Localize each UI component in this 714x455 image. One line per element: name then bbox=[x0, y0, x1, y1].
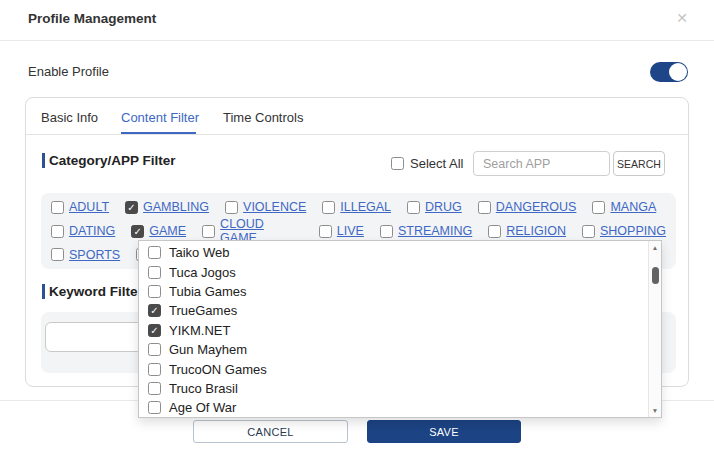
app-checkbox[interactable] bbox=[148, 363, 161, 376]
app-label: YIKM.NET bbox=[169, 323, 230, 338]
category-link[interactable]: DRUG bbox=[425, 200, 462, 214]
category-item[interactable]: SHOPPING bbox=[582, 224, 666, 238]
header-divider bbox=[0, 40, 714, 41]
enable-profile-toggle[interactable] bbox=[650, 62, 688, 82]
active-tab-underline bbox=[121, 132, 196, 134]
category-checkbox[interactable] bbox=[51, 225, 64, 238]
category-checkbox[interactable]: ✓ bbox=[125, 201, 138, 214]
app-item[interactable]: Tubia Games bbox=[139, 282, 647, 301]
app-checkbox[interactable] bbox=[148, 343, 161, 356]
close-icon[interactable]: ✕ bbox=[672, 8, 692, 28]
category-link[interactable]: SHOPPING bbox=[600, 224, 666, 238]
category-item[interactable]: DANGEROUS bbox=[478, 200, 577, 214]
category-checkbox[interactable] bbox=[225, 201, 238, 214]
category-checkbox[interactable] bbox=[319, 225, 332, 238]
category-item[interactable]: DRUG bbox=[407, 200, 462, 214]
app-item[interactable]: TrucoON Games bbox=[139, 359, 647, 378]
app-checkbox[interactable] bbox=[148, 266, 161, 279]
category-checkbox[interactable] bbox=[592, 201, 605, 214]
category-link[interactable]: GAMBLING bbox=[143, 200, 209, 214]
profile-management-dialog: Profile Management ✕ Enable Profile Basi… bbox=[0, 0, 714, 455]
dropdown-scrollbar[interactable]: ▲ ▼ bbox=[648, 241, 661, 417]
app-label: Gun Mayhem bbox=[169, 342, 247, 357]
category-item[interactable]: SPORTS bbox=[51, 248, 120, 262]
keyword-filter-title: Keyword Filter bbox=[49, 284, 143, 299]
category-item[interactable]: ✓GAMBLING bbox=[125, 200, 209, 214]
app-checkbox[interactable] bbox=[148, 382, 161, 395]
app-item[interactable]: Tuca Jogos bbox=[139, 262, 647, 281]
category-checkbox[interactable] bbox=[380, 225, 393, 238]
category-row: ADULT✓GAMBLINGVIOLENCEILLEGALDRUGDANGERO… bbox=[51, 200, 666, 215]
dialog-title: Profile Management bbox=[28, 11, 156, 26]
save-button[interactable]: SAVE bbox=[367, 420, 521, 443]
category-checkbox[interactable]: ✓ bbox=[131, 225, 144, 238]
category-item[interactable]: RELIGION bbox=[488, 224, 566, 238]
app-checkbox[interactable] bbox=[148, 246, 161, 259]
app-dropdown-list: Taiko WebTuca JogosTubia Games✓TrueGames… bbox=[139, 243, 647, 418]
category-checkbox[interactable] bbox=[202, 225, 215, 238]
category-item[interactable]: ✓GAME bbox=[131, 224, 186, 238]
app-item[interactable]: Age Of War bbox=[139, 398, 647, 417]
category-item[interactable]: STREAMING bbox=[380, 224, 472, 238]
tab-content-filter[interactable]: Content Filter bbox=[121, 110, 199, 125]
toggle-knob-icon bbox=[669, 63, 687, 81]
category-checkbox[interactable] bbox=[488, 225, 501, 238]
keyword-section-bar bbox=[42, 284, 45, 299]
app-item[interactable]: Taiko Web bbox=[139, 243, 647, 262]
category-filter-title: Category/APP Filter bbox=[49, 153, 176, 168]
select-all-checkbox[interactable] bbox=[391, 157, 404, 170]
cancel-button[interactable]: CANCEL bbox=[193, 420, 348, 443]
app-label: Taiko Web bbox=[169, 245, 229, 260]
app-label: Truco Brasil bbox=[169, 381, 238, 396]
category-item[interactable]: VIOLENCE bbox=[225, 200, 306, 214]
search-button[interactable]: SEARCH bbox=[613, 151, 665, 176]
app-label: Tubia Games bbox=[169, 284, 247, 299]
tab-divider bbox=[26, 134, 688, 135]
app-item[interactable]: Gun Mayhem bbox=[139, 340, 647, 359]
category-item[interactable]: ILLEGAL bbox=[322, 200, 391, 214]
category-link[interactable]: DANGEROUS bbox=[496, 200, 577, 214]
scroll-thumb[interactable] bbox=[652, 267, 659, 284]
category-link[interactable]: VIOLENCE bbox=[243, 200, 306, 214]
scroll-down-icon[interactable]: ▼ bbox=[649, 407, 661, 414]
category-checkbox[interactable] bbox=[478, 201, 491, 214]
category-link[interactable]: DATING bbox=[69, 224, 115, 238]
category-row: DATING✓GAMECLOUD GAMELIVESTREAMINGRELIGI… bbox=[51, 224, 666, 239]
scroll-up-icon[interactable]: ▲ bbox=[649, 244, 661, 251]
enable-profile-label: Enable Profile bbox=[28, 64, 109, 79]
category-item[interactable]: LIVE bbox=[319, 224, 364, 238]
search-app-input[interactable] bbox=[473, 151, 610, 176]
category-checkbox[interactable] bbox=[322, 201, 335, 214]
category-link[interactable]: ADULT bbox=[69, 200, 109, 214]
app-item[interactable]: ✓TrueGames bbox=[139, 301, 647, 320]
category-link[interactable]: MANGA bbox=[610, 200, 656, 214]
app-checkbox[interactable]: ✓ bbox=[148, 304, 161, 317]
category-item[interactable]: ADULT bbox=[51, 200, 109, 214]
category-checkbox[interactable] bbox=[51, 201, 64, 214]
category-link[interactable]: GAME bbox=[149, 224, 186, 238]
category-section-bar bbox=[42, 153, 45, 168]
category-item[interactable]: DATING bbox=[51, 224, 115, 238]
select-all-label: Select All bbox=[410, 156, 463, 171]
app-label: TrucoON Games bbox=[169, 362, 267, 377]
app-item[interactable]: ✓YIKM.NET bbox=[139, 321, 647, 340]
app-checkbox[interactable] bbox=[148, 401, 161, 414]
app-label: TrueGames bbox=[169, 303, 237, 318]
app-label: Age Of War bbox=[169, 400, 236, 415]
category-link[interactable]: ILLEGAL bbox=[340, 200, 391, 214]
app-label: Tuca Jogos bbox=[169, 265, 236, 280]
tab-time-controls[interactable]: Time Controls bbox=[223, 110, 303, 125]
category-checkbox[interactable] bbox=[582, 225, 595, 238]
category-link[interactable]: STREAMING bbox=[398, 224, 472, 238]
app-dropdown: Taiko WebTuca JogosTubia Games✓TrueGames… bbox=[138, 240, 662, 418]
category-link[interactable]: RELIGION bbox=[506, 224, 566, 238]
app-checkbox[interactable] bbox=[148, 285, 161, 298]
category-link[interactable]: SPORTS bbox=[69, 248, 120, 262]
app-item[interactable]: Truco Brasil bbox=[139, 379, 647, 398]
category-link[interactable]: LIVE bbox=[337, 224, 364, 238]
category-checkbox[interactable] bbox=[407, 201, 420, 214]
category-item[interactable]: MANGA bbox=[592, 200, 656, 214]
app-checkbox[interactable]: ✓ bbox=[148, 324, 161, 337]
category-checkbox[interactable] bbox=[51, 248, 64, 261]
tab-basic-info[interactable]: Basic Info bbox=[41, 110, 98, 125]
